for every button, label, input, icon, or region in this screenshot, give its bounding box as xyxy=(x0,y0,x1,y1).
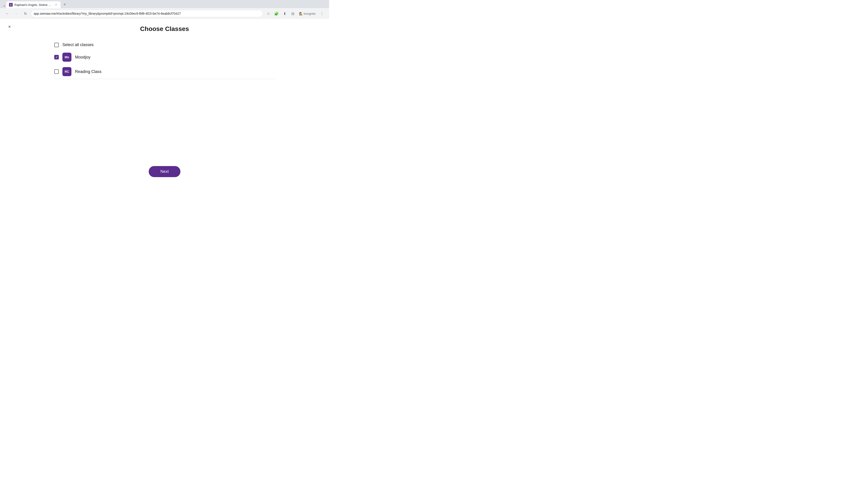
nav-icons-right: ☆ 🧩 ⬇ ⊟ 🕵 Incognito ⋮ xyxy=(265,10,326,17)
tab-title: Raphael's Angels, Sistine Mado... xyxy=(14,3,53,6)
moodjoy-label: Moodjoy xyxy=(75,55,90,60)
reload-button[interactable]: ↻ xyxy=(22,10,29,17)
list-item[interactable]: RC Reading Class xyxy=(54,64,275,79)
browser-frame: ▾ S Raphael's Angels, Sistine Mado... × … xyxy=(0,0,329,184)
address-bar-container[interactable] xyxy=(31,10,263,17)
reading-class-checkbox[interactable] xyxy=(54,69,59,74)
back-button[interactable]: ← xyxy=(4,10,11,17)
forward-button[interactable]: → xyxy=(13,10,20,17)
close-icon: × xyxy=(8,24,11,29)
list-item[interactable]: Mo Moodjoy xyxy=(54,50,275,64)
incognito-icon: 🕵 xyxy=(299,12,303,15)
extensions-button[interactable]: 🧩 xyxy=(273,10,280,17)
split-screen-button[interactable]: ⊟ xyxy=(289,10,296,17)
select-all-item[interactable]: Select all classes xyxy=(54,40,275,50)
incognito-label: Incognito xyxy=(304,12,315,15)
moodjoy-checkbox[interactable] xyxy=(54,55,59,59)
classes-container: Select all classes Mo Moodjoy RC Reading… xyxy=(0,40,329,79)
page-title: Choose Classes xyxy=(0,19,329,33)
tab-close-button[interactable]: × xyxy=(54,3,58,6)
nav-bar: ← → ↻ ☆ 🧩 ⬇ ⊟ 🕵 Incognito ⋮ xyxy=(0,8,329,19)
next-button[interactable]: Next xyxy=(149,166,180,177)
page-content: × Choose Classes Select all classes Mo M… xyxy=(0,19,329,184)
select-all-checkbox[interactable] xyxy=(54,43,59,47)
incognito-button[interactable]: 🕵 Incognito xyxy=(297,11,317,16)
reading-class-label: Reading Class xyxy=(75,69,101,74)
next-button-container: Next xyxy=(149,166,180,177)
download-button[interactable]: ⬇ xyxy=(281,10,288,17)
select-all-label: Select all classes xyxy=(62,42,94,47)
browser-tab[interactable]: S Raphael's Angels, Sistine Mado... × xyxy=(6,1,61,8)
new-tab-button[interactable]: + xyxy=(61,1,68,8)
tab-favicon: S xyxy=(9,3,13,6)
tab-bar: ▾ S Raphael's Angels, Sistine Mado... × … xyxy=(0,0,329,8)
reading-class-avatar: RC xyxy=(62,67,71,76)
tab-dropdown-button[interactable]: ▾ xyxy=(2,4,6,8)
close-dialog-button[interactable]: × xyxy=(6,24,13,30)
address-bar-input[interactable] xyxy=(34,12,260,15)
bookmark-button[interactable]: ☆ xyxy=(265,10,272,17)
moodjoy-avatar: Mo xyxy=(62,53,71,62)
browser-menu-button[interactable]: ⋮ xyxy=(318,10,326,17)
